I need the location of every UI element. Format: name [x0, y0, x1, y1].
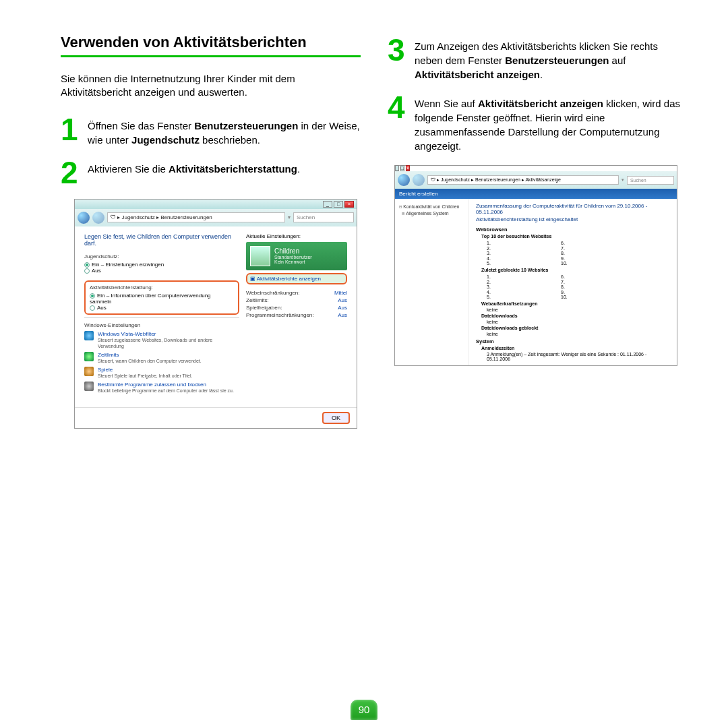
step-number: 3: [388, 36, 408, 82]
ok-button-highlight: OK: [322, 412, 350, 424]
step-text: Zum Anzeigen des Aktivitätsberichts klic…: [415, 36, 688, 82]
screenshot-activity-report: _ □ × 🛡 ▸ Jugendschutz ▸ Benutzersteueru…: [394, 165, 677, 366]
step-4: 4 Wenn Sie auf Aktivitätsbericht anzeige…: [388, 94, 688, 153]
forward-icon: [92, 212, 104, 224]
minimize-icon: _: [395, 165, 399, 171]
user-card: Children Standardbenutzer Kein Kennwort: [246, 242, 347, 270]
section-heading: Verwenden von Aktivitätsberichten: [61, 34, 361, 57]
report-tree: ⊟Kontoaktivität von Children ⊞Allgemeine…: [395, 199, 469, 365]
step-2: 2 Aktivieren Sie die Aktivitätsberichter…: [61, 159, 361, 187]
webfilter-icon: [84, 331, 94, 340]
close-icon: ×: [406, 165, 410, 171]
step-text: Öffnen Sie das Fenster Benutzersteuerung…: [88, 116, 361, 147]
settings-list: Webeinschränkungen:Mittel Zeitlimits:Aus…: [246, 290, 347, 318]
maximize-icon: □: [334, 201, 343, 208]
radio-off-icon: [90, 305, 95, 311]
current-settings-label: Aktuelle Einstellungen:: [246, 233, 347, 239]
minimize-icon: _: [323, 201, 332, 208]
address-bar: 🛡 ▸ Jugendschutz ▸ Benutzersteuerungen ▸…: [395, 171, 677, 189]
window-titlebar: _ □ ×: [395, 166, 677, 171]
step-1: 1 Öffnen Sie das Fenster Benutzersteueru…: [61, 116, 361, 147]
radio-on-icon: [84, 262, 90, 268]
step-text: Aktivieren Sie die Aktivitätsberichterst…: [88, 159, 300, 187]
search-box: Suchen: [293, 212, 354, 222]
radio-off-icon: [84, 268, 90, 274]
maximize-icon: □: [400, 165, 404, 171]
back-icon: [398, 174, 410, 186]
back-icon: [78, 212, 90, 224]
step-text: Wenn Sie auf Aktivitätsbericht anzeigen …: [415, 94, 688, 153]
address-bar: 🛡 ▸ Jugendschutz ▸ Benutzersteuerungen ▾…: [75, 209, 357, 226]
radio-on-icon: [90, 293, 95, 299]
page-number: 90: [351, 700, 377, 720]
breadcrumb: 🛡 ▸ Jugendschutz ▸ Benutzersteuerungen ▸…: [427, 175, 619, 185]
parental-control-section: Jugendschutz: Ein – Einstellungen erzwin…: [84, 253, 239, 274]
step-number: 2: [61, 159, 81, 187]
step-number: 1: [61, 116, 81, 147]
search-box: Suchen: [627, 176, 674, 185]
programs-icon: [84, 382, 94, 391]
windows-settings-section: Windows-Einstellungen Windows Vista-Webf…: [84, 317, 239, 394]
activity-reporting-highlight: Aktivitätsberichterstattung: Ein – Infor…: [84, 280, 239, 315]
view-activity-report-link: ▣ Aktivitätsberichte anzeigen: [246, 273, 347, 284]
forward-icon: [413, 174, 425, 186]
timelimit-icon: [84, 352, 94, 361]
games-icon: [84, 367, 94, 376]
avatar-icon: [250, 246, 270, 266]
intro-text: Sie können die Internetnutzung Ihrer Kin…: [61, 72, 361, 100]
generate-report-bar: Bericht erstellen: [395, 189, 677, 199]
step-3: 3 Zum Anzeigen des Aktivitätsberichts kl…: [388, 36, 688, 82]
screenshot-user-controls: _ □ × 🛡 ▸ Jugendschutz ▸ Benutzersteueru…: [74, 199, 357, 429]
report-content: Zusammenfassung der Computeraktivität fü…: [469, 199, 677, 365]
window-titlebar: _ □ ×: [75, 200, 357, 209]
instruction-text: Legen Sie fest, wie Children den Compute…: [84, 233, 239, 247]
close-icon: ×: [344, 201, 354, 208]
step-number: 4: [388, 94, 408, 153]
breadcrumb: 🛡 ▸ Jugendschutz ▸ Benutzersteuerungen: [107, 212, 285, 222]
